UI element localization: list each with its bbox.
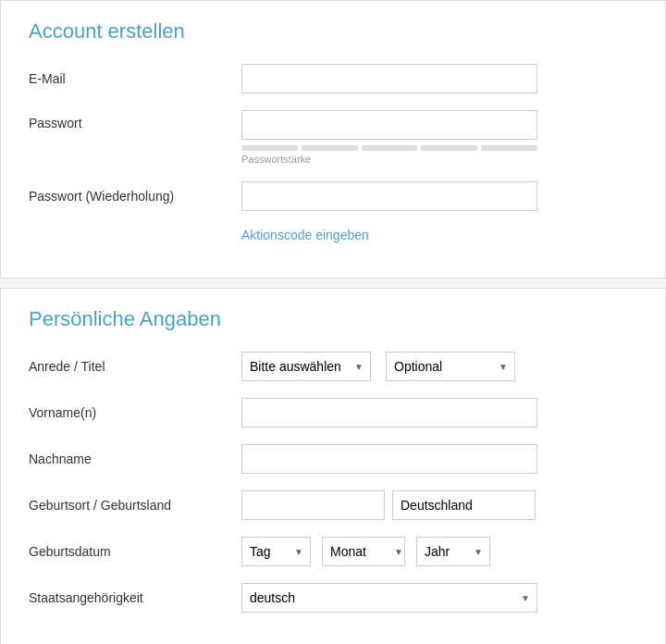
nachname-row: Nachname (29, 444, 637, 474)
strength-bar-3 (362, 145, 418, 151)
strength-bar-1 (241, 145, 298, 151)
nachname-field-wrapper (241, 444, 637, 474)
tag-select-wrapper: Tag ▼ (241, 537, 311, 566)
geburtsland-input[interactable] (392, 490, 536, 520)
geburtsdatum-row: Geburtsdatum Tag ▼ Monat ▼ Jahr (29, 537, 637, 566)
email-label: E-Mail (29, 71, 241, 86)
aktionscode-link[interactable]: Aktionscode eingeben (241, 228, 369, 242)
vorname-field-wrapper (241, 398, 637, 427)
nachname-label: Nachname (29, 452, 241, 466)
monat-select-wrapper: Monat ▼ (316, 537, 411, 566)
geburtsort-row: Geburtsort / Geburtsland (29, 490, 637, 520)
personal-section-title: Persönliche Angaben (29, 307, 637, 331)
anrede-row: Anrede / Titel Bitte auswählen Herr Frau… (29, 352, 637, 381)
anrede-select-wrapper: Bitte auswählen Herr Frau Divers ▼ (241, 352, 371, 381)
staatsangehoerigkeit-field-wrapper: deutsch österreichisch schweizerisch and… (241, 583, 637, 613)
account-section-title: Account erstellen (29, 19, 637, 43)
nachname-input[interactable] (241, 444, 537, 474)
account-section: Account erstellen E-Mail Passwort Passwo… (0, 0, 666, 279)
anrede-field-wrapper: Bitte auswählen Herr Frau Divers ▼ Optio… (241, 352, 637, 381)
password-repeat-field-wrapper (241, 181, 637, 211)
jahr-select-wrapper: Jahr ▼ (416, 537, 490, 566)
strength-label: Passwortstärke (241, 154, 637, 165)
strength-bar-2 (302, 145, 358, 151)
jahr-select[interactable]: Jahr (416, 537, 490, 566)
geburtsort-label: Geburtsort / Geburtsland (29, 498, 241, 513)
vorname-label: Vorname(n) (29, 405, 241, 420)
password-field-wrapper: Passwortstärke (241, 110, 637, 165)
strength-bar-5 (481, 145, 537, 151)
email-row: E-Mail (29, 64, 637, 93)
anrede-select[interactable]: Bitte auswählen Herr Frau Divers (241, 352, 371, 381)
password-strength-bars (241, 145, 537, 151)
email-input[interactable] (241, 64, 537, 93)
monat-select[interactable]: Monat (322, 537, 405, 566)
password-repeat-label: Passwort (Wiederholung) (29, 189, 241, 204)
password-label: Passwort (29, 110, 241, 130)
email-field-wrapper (241, 64, 637, 93)
anrede-label: Anrede / Titel (29, 359, 241, 374)
titel-select-wrapper: Optional Dr. Prof. Prof. Dr. ▼ (378, 352, 515, 381)
password-repeat-row: Passwort (Wiederholung) (29, 181, 637, 211)
geburtsort-input[interactable] (241, 490, 385, 520)
staatsangehoerigkeit-row: Staatsangehörigkeit deutsch österreichis… (29, 583, 637, 613)
geburtsdatum-label: Geburtsdatum (29, 544, 241, 559)
geburtsdatum-field-wrapper: Tag ▼ Monat ▼ Jahr ▼ (241, 537, 637, 566)
tag-select[interactable]: Tag (241, 537, 311, 566)
vorname-input[interactable] (241, 398, 537, 427)
vorname-row: Vorname(n) (29, 398, 637, 427)
titel-select[interactable]: Optional Dr. Prof. Prof. Dr. (386, 352, 515, 381)
password-row: Passwort Passwortstärke (29, 110, 637, 165)
password-input[interactable] (241, 110, 537, 140)
strength-bar-4 (421, 145, 477, 151)
staatsangehoerigkeit-select-wrapper: deutsch österreichisch schweizerisch and… (241, 583, 537, 613)
staatsangehoerigkeit-label: Staatsangehörigkeit (29, 590, 241, 605)
geburtsort-field-wrapper (241, 490, 637, 520)
personal-section: Persönliche Angaben Anrede / Titel Bitte… (0, 288, 666, 644)
staatsangehoerigkeit-select[interactable]: deutsch österreichisch schweizerisch and… (241, 583, 537, 613)
password-repeat-input[interactable] (241, 181, 537, 211)
